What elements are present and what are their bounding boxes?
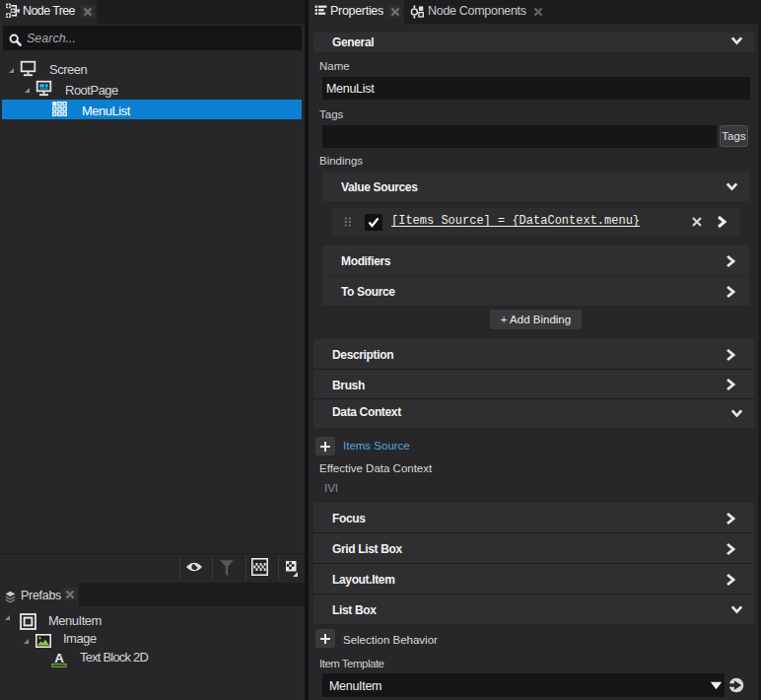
- svg-text:A: A: [54, 651, 64, 665]
